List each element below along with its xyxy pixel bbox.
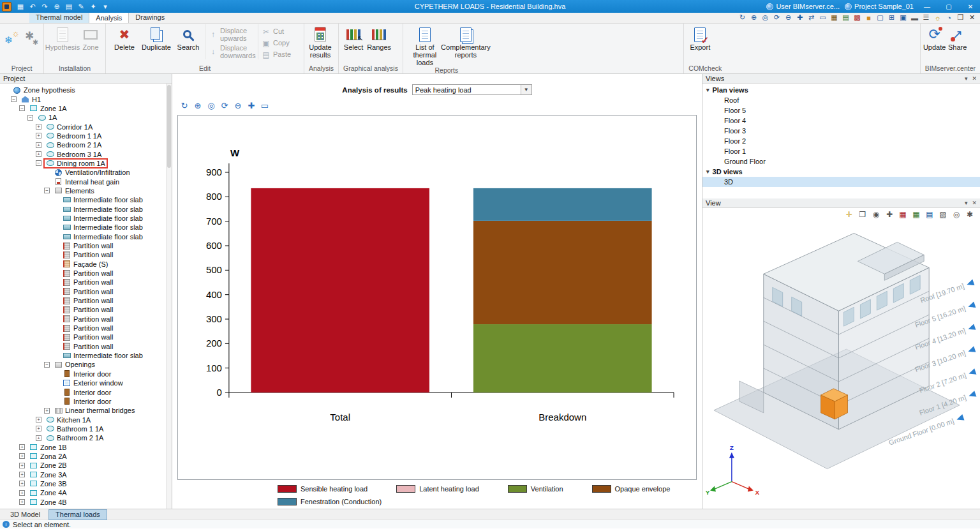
collapse-toggle[interactable]: − xyxy=(19,105,25,111)
tree-item[interactable]: Partition wall xyxy=(0,315,172,324)
tree-item[interactable]: +Zona 2A xyxy=(0,452,172,461)
tree-item[interactable]: Intermediate floor slab xyxy=(0,195,172,204)
tree-item[interactable]: −H1 xyxy=(0,94,172,103)
table-green-icon[interactable]: ▦ xyxy=(911,209,921,220)
chevron-down-icon[interactable]: ▼ xyxy=(521,85,531,94)
tree-item[interactable]: Intermediate floor slab xyxy=(0,204,172,213)
expand-toggle[interactable]: + xyxy=(44,408,50,414)
expand-toggle[interactable]: + xyxy=(19,490,25,496)
stack-icon[interactable]: ▧ xyxy=(938,209,948,220)
chevron-down-icon[interactable]: ▾ xyxy=(965,200,968,206)
close-button[interactable]: ✕ xyxy=(962,0,979,13)
climate-data-button[interactable] xyxy=(3,24,21,47)
results-type-select[interactable]: Peak heating load ▼ xyxy=(412,84,532,95)
tree-item[interactable]: +Zone 3A xyxy=(0,470,172,479)
displace-downwards-button[interactable]: ↓ Displace downwards xyxy=(209,45,253,59)
tree-item[interactable]: Intermediate floor slab xyxy=(0,232,172,241)
view-item[interactable]: Floor 5 xyxy=(702,105,980,116)
bottom-tab-thermal-loads[interactable]: Thermal loads xyxy=(48,509,107,520)
select-button[interactable]: Select xyxy=(342,24,365,51)
undo-icon[interactable]: ↶ xyxy=(27,1,38,11)
pan-icon[interactable]: ✚ xyxy=(794,13,805,22)
expand-toggle[interactable]: + xyxy=(36,151,41,157)
app-logo-icon[interactable] xyxy=(2,2,11,11)
cut-button[interactable]: ✂ Cut xyxy=(262,27,297,36)
close-icon[interactable]: ✕ xyxy=(972,75,977,82)
tree-item[interactable]: −1A xyxy=(0,113,172,122)
toolbar-chevron-icon[interactable]: ▾ xyxy=(100,1,111,11)
save-icon[interactable]: ▦ xyxy=(15,1,26,11)
displace-upwards-button[interactable]: ↑ Displace upwards xyxy=(209,27,253,42)
zoom-out-icon[interactable]: ⊖ xyxy=(783,13,794,22)
bimserver-user[interactable]: User BIMserver.ce... xyxy=(766,3,840,10)
expand-toggle[interactable]: + xyxy=(19,453,25,459)
update-results-button[interactable]: Update results xyxy=(308,24,333,59)
tree-item[interactable]: −Dining room 1A xyxy=(0,159,172,168)
expand-toggle[interactable]: + xyxy=(36,142,41,148)
eye-icon[interactable]: ◉ xyxy=(871,209,881,220)
full-window-icon[interactable]: ▭ xyxy=(817,13,828,22)
viewport-3d[interactable]: Z X Y Roof [19.70 m]Floor 5 [16.20 m]Flo… xyxy=(702,221,980,509)
expand-toggle[interactable]: + xyxy=(36,435,41,441)
redraw-icon[interactable]: ↻ xyxy=(737,13,748,22)
collapse-toggle[interactable]: − xyxy=(36,160,41,166)
tree-item[interactable]: Partition wall xyxy=(0,269,172,278)
tree-item[interactable]: Internal heat gain xyxy=(0,177,172,186)
view-item[interactable]: Ground Floor xyxy=(702,156,980,167)
bimserver-share-button[interactable]: Share xyxy=(947,24,969,51)
tree-item[interactable]: Façade (S) xyxy=(0,260,172,269)
tree-item[interactable]: Partition wall xyxy=(0,241,172,250)
copy-button[interactable]: ▣ Copy xyxy=(262,39,297,48)
redo-icon[interactable]: ↷ xyxy=(39,1,50,11)
tree-item[interactable]: −Zone 1A xyxy=(0,104,172,113)
expand-toggle[interactable]: + xyxy=(19,499,25,505)
redraw-icon[interactable]: ↻ xyxy=(179,100,190,111)
collapse-toggle[interactable]: − xyxy=(27,115,33,121)
refresh-icon[interactable]: ⟳ xyxy=(771,13,782,22)
tree-item[interactable]: Exterior window xyxy=(0,378,172,387)
zone-button[interactable]: Zone xyxy=(79,24,102,51)
bimserver-project[interactable]: Project Sample_01 xyxy=(845,3,914,10)
previous-view-icon[interactable]: ⇄ xyxy=(806,13,817,22)
edit-icon[interactable]: ✎ xyxy=(75,1,87,11)
ranges-button[interactable]: Ranges xyxy=(366,24,392,51)
expand-toggle[interactable]: + xyxy=(19,481,25,486)
view-item[interactable]: Floor 3 xyxy=(702,126,980,136)
tree-item[interactable]: Interior door xyxy=(0,370,172,378)
list-of-thermal-loads-button[interactable]: List of thermal loads xyxy=(406,24,443,66)
tree-item[interactable]: Partition wall xyxy=(0,342,172,351)
tree-item[interactable]: +Zone 1B xyxy=(0,442,172,451)
layers-icon[interactable]: ▤ xyxy=(924,209,935,220)
view-item[interactable]: 3D xyxy=(702,177,980,187)
tree-item[interactable]: Interior door xyxy=(0,397,172,406)
comment-icon[interactable]: ❒ xyxy=(955,13,966,22)
expand-toggle[interactable]: + xyxy=(36,124,41,130)
expand-toggle[interactable]: + xyxy=(19,472,25,477)
tree-item[interactable]: +Corridor 1A xyxy=(0,122,172,131)
tree-item[interactable]: +Zone 2B xyxy=(0,461,172,470)
view-item[interactable]: Floor 4 xyxy=(702,116,980,126)
tree-item[interactable]: Partition wall xyxy=(0,250,172,259)
zoom-in-icon[interactable]: ⊕ xyxy=(192,100,204,111)
tree-item[interactable]: +Bedroom 2 1A xyxy=(0,140,172,149)
target-icon[interactable]: ▣ xyxy=(898,13,909,22)
tree-item[interactable]: −Openings xyxy=(0,360,172,369)
refresh-icon[interactable]: ⟳ xyxy=(219,100,230,111)
paste-button[interactable]: ▤ Paste xyxy=(262,50,297,59)
view-item[interactable]: Roof xyxy=(702,95,980,105)
collapse-toggle[interactable]: − xyxy=(11,96,17,102)
tree-item[interactable]: Partition wall xyxy=(0,333,172,341)
tree-item[interactable]: Intermediate floor slab xyxy=(0,223,172,232)
view-item[interactable]: Floor 1 xyxy=(702,146,980,156)
bim-icon[interactable]: ✦ xyxy=(87,1,99,11)
print-icon[interactable]: ▤ xyxy=(63,1,75,11)
ruler-icon[interactable]: ☰ xyxy=(921,13,932,22)
tab-drawings[interactable]: Drawings xyxy=(129,12,171,23)
hypothesis-button[interactable]: Hypothesis xyxy=(47,24,78,51)
search-button[interactable]: Search xyxy=(173,24,204,51)
expand-toggle[interactable]: + xyxy=(36,133,41,138)
orbit-icon[interactable]: ✚ xyxy=(884,209,895,220)
compass-icon[interactable]: ◔ xyxy=(944,13,954,22)
tree-item[interactable]: −Elements xyxy=(0,186,172,195)
pan-icon[interactable]: ✚ xyxy=(246,100,257,111)
